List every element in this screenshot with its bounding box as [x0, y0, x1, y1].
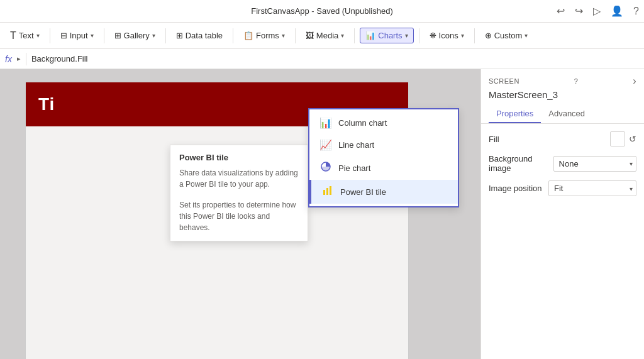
dropdown-line-chart[interactable]: 📈 Line chart [309, 134, 458, 156]
icons-icon: ❋ [430, 31, 436, 40]
charts-chevron-icon: ▾ [405, 32, 408, 39]
toolbar-icons[interactable]: ❋ Icons ▾ [425, 28, 469, 43]
formula-bar-arrow: ▸ [17, 55, 21, 63]
toolbar-sep-7 [419, 28, 419, 43]
fill-label: Fill [489, 135, 499, 144]
background-image-select-wrapper: None ▾ [553, 156, 636, 172]
toolbar-sep-4 [233, 28, 233, 43]
toolbar-gallery-label: Gallery [124, 31, 150, 40]
text-chevron-icon: ▾ [36, 32, 40, 39]
charts-dropdown: 📊 Column chart 📈 Line chart Pie chart [308, 108, 459, 207]
formula-divider [26, 53, 26, 65]
toolbar-forms-label: Forms [256, 31, 279, 40]
toolbar-datatable[interactable]: ⊞ Data table [171, 28, 228, 43]
screen-help-icon[interactable]: ? [574, 77, 579, 85]
tooltip-line1: Share data visualizations by adding a Po… [179, 167, 299, 190]
canvas-area[interactable]: Ti Power BI tile Share data visualizatio… [0, 69, 480, 359]
tooltip-popup: Power BI tile Share data visualizations … [170, 145, 308, 241]
undo-icon[interactable]: ↩ [557, 5, 565, 17]
tab-advanced[interactable]: Advanced [541, 105, 592, 123]
column-chart-icon: 📊 [319, 117, 332, 129]
column-chart-label: Column chart [338, 118, 387, 128]
tab-properties[interactable]: Properties [489, 105, 541, 123]
toolbar-charts[interactable]: 📊 Charts ▾ [360, 28, 413, 43]
toolbar-datatable-label: Data table [186, 31, 223, 40]
fill-field: Fill ↺ [489, 131, 636, 146]
toolbar-text-label: Text [19, 31, 34, 40]
panel-body: Fill ↺ Background image None ▾ Image pos… [481, 124, 644, 204]
image-position-select[interactable]: Fit Fill Stretch Tile Center [548, 180, 636, 196]
toolbar-charts-label: Charts [378, 31, 402, 40]
toolbar-input[interactable]: ⊟ Input ▾ [55, 28, 99, 43]
canvas-title: Ti [38, 94, 55, 114]
image-position-label: Image position [489, 184, 542, 193]
svg-rect-3 [330, 186, 331, 195]
text-icon: T [10, 30, 16, 41]
toolbar-sep-3 [165, 28, 166, 43]
tooltip-line2: Set its properties to determine how this… [179, 199, 299, 233]
toolbar-sep-6 [354, 28, 355, 43]
toolbar-custom[interactable]: ⊕ Custom ▾ [480, 28, 533, 43]
powerbi-icon [321, 185, 334, 199]
screen-navigate-icon[interactable]: › [633, 75, 636, 87]
custom-chevron-icon: ▾ [525, 32, 528, 39]
app-title: FirstCanvasApp - Saved (Unpublished) [251, 6, 392, 16]
gallery-icon: ⊞ [114, 31, 121, 40]
play-icon[interactable]: ▷ [593, 5, 601, 17]
formula-bar: fx ▸ Background.Fill [0, 49, 644, 69]
background-image-field: Background image None ▾ [489, 154, 636, 173]
tooltip-title: Power BI tile [179, 153, 299, 162]
custom-icon: ⊕ [485, 31, 492, 40]
toolbar-text[interactable]: T Text ▾ [5, 28, 45, 44]
icons-chevron-icon: ▾ [461, 32, 464, 39]
toolbar-media-label: Media [316, 31, 338, 40]
powerbi-tile-label: Power BI tile [340, 187, 386, 197]
image-position-select-wrapper: Fit Fill Stretch Tile Center ▾ [548, 180, 636, 196]
svg-rect-1 [323, 190, 325, 195]
input-chevron-icon: ▾ [91, 32, 94, 39]
toolbar-media[interactable]: 🖼 Media ▾ [301, 28, 349, 43]
toolbar-custom-label: Custom [494, 31, 523, 40]
formula-text: Background.Fill [31, 54, 88, 64]
input-icon: ⊟ [60, 31, 67, 40]
toolbar-gallery[interactable]: ⊞ Gallery ▾ [109, 28, 160, 43]
dropdown-powerbi-tile[interactable]: Power BI tile [309, 180, 458, 204]
background-image-label: Background image [489, 154, 553, 173]
title-bar-icons: ↩ ↪ ▷ 👤 ? [557, 5, 639, 17]
toolbar-sep-5 [295, 28, 296, 43]
title-bar: FirstCanvasApp - Saved (Unpublished) ↩ ↪… [0, 0, 644, 23]
media-icon: 🖼 [306, 31, 314, 40]
fill-reset-icon[interactable]: ↺ [629, 134, 636, 144]
pie-chart-icon [319, 161, 332, 175]
main-area: Ti Power BI tile Share data visualizatio… [0, 69, 644, 359]
redo-icon[interactable]: ↪ [575, 5, 583, 17]
gallery-chevron-icon: ▾ [152, 32, 155, 39]
toolbar-sep-8 [474, 28, 475, 43]
line-chart-icon: 📈 [319, 139, 332, 151]
panel-tabs: Properties Advanced [481, 105, 644, 124]
right-panel: SCREEN ? › MasterScreen_3 Properties Adv… [480, 69, 644, 359]
background-image-select[interactable]: None [553, 156, 636, 172]
media-chevron-icon: ▾ [341, 32, 344, 39]
formula-fx-label: fx [5, 54, 12, 64]
svg-rect-2 [326, 188, 328, 195]
formula-expression[interactable]: Background.Fill [31, 54, 639, 64]
fill-swatch[interactable] [610, 131, 625, 146]
screen-label: SCREEN [489, 77, 519, 85]
toolbar-forms[interactable]: 📋 Forms ▾ [238, 28, 290, 43]
forms-icon: 📋 [243, 31, 253, 40]
toolbar: T Text ▾ ⊟ Input ▾ ⊞ Gallery ▾ ⊞ Data ta… [0, 23, 644, 49]
charts-icon: 📊 [365, 31, 375, 40]
screen-section-header: SCREEN ? › [481, 69, 644, 89]
dropdown-pie-chart[interactable]: Pie chart [309, 156, 458, 180]
forms-chevron-icon: ▾ [282, 32, 285, 39]
fill-control: ↺ [610, 131, 636, 146]
image-position-field: Image position Fit Fill Stretch Tile Cen… [489, 180, 636, 196]
account-icon[interactable]: 👤 [611, 5, 623, 17]
dropdown-column-chart[interactable]: 📊 Column chart [309, 112, 458, 134]
toolbar-icons-label: Icons [439, 31, 458, 40]
toolbar-input-label: Input [70, 31, 88, 40]
line-chart-label: Line chart [338, 140, 374, 150]
help-icon[interactable]: ? [633, 6, 639, 17]
toolbar-sep-1 [50, 28, 50, 43]
